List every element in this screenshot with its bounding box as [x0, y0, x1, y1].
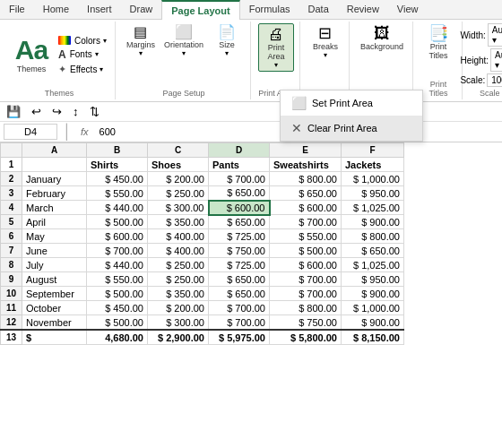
cell[interactable]: $ 650.00	[270, 186, 342, 201]
cell[interactable]: $ 650.00	[209, 272, 270, 287]
cell[interactable]: April	[22, 215, 87, 229]
cell[interactable]: $ 500.00	[87, 315, 148, 331]
row-num[interactable]: 4	[1, 201, 22, 215]
tab-view[interactable]: View	[388, 0, 428, 19]
print-area-button[interactable]: 🖨 PrintArea ▾	[258, 23, 294, 72]
col-d-header[interactable]: D	[209, 143, 270, 158]
cell[interactable]: $ 725.00	[209, 229, 270, 244]
cell[interactable]: $ 600.00	[87, 229, 148, 244]
row-num[interactable]: 10	[1, 287, 22, 301]
tab-draw[interactable]: Draw	[121, 0, 162, 19]
cell[interactable]: $ 400.00	[148, 229, 209, 244]
sort-desc-btn[interactable]: ⇅	[87, 104, 102, 119]
cell[interactable]: $ 2,900.00	[148, 330, 209, 345]
row-num[interactable]: 12	[1, 315, 22, 331]
tab-home[interactable]: Home	[34, 0, 78, 19]
scale-value[interactable]: 100%	[487, 73, 502, 87]
cell[interactable]: $ 550.00	[270, 229, 342, 244]
cell[interactable]: $ 300.00	[148, 201, 209, 215]
cell[interactable]: $ 800.00	[270, 301, 342, 315]
width-value[interactable]: Automatic ▾	[488, 23, 502, 47]
cell[interactable]: Shirts	[87, 158, 148, 172]
cell[interactable]: $ 700.00	[87, 244, 148, 258]
cell[interactable]: $ 440.00	[87, 258, 148, 272]
cell[interactable]: $ 650.00	[209, 287, 270, 301]
col-c-header[interactable]: C	[148, 143, 209, 158]
tab-insert[interactable]: Insert	[78, 0, 121, 19]
cell[interactable]: $ 950.00	[342, 186, 404, 201]
margins-button[interactable]: ▤ Margins ▾	[123, 23, 159, 59]
cell[interactable]: $	[22, 330, 87, 345]
cell[interactable]: $ 5,975.00	[209, 330, 270, 345]
breaks-button[interactable]: ⊟ Breaks ▾	[307, 23, 343, 61]
cell-reference-input[interactable]: D4	[4, 124, 57, 140]
cell[interactable]: $ 725.00	[209, 258, 270, 272]
tab-review[interactable]: Review	[338, 0, 388, 19]
cell[interactable]: $ 450.00	[87, 301, 148, 315]
cell[interactable]: November	[22, 315, 87, 331]
cell[interactable]: $ 650.00	[342, 244, 404, 258]
cell[interactable]: Shoes	[148, 158, 209, 172]
cell[interactable]: $ 450.00	[87, 172, 148, 186]
cell[interactable]: $ 900.00	[342, 315, 404, 331]
cell[interactable]: $ 700.00	[209, 172, 270, 186]
row-num[interactable]: 8	[1, 258, 22, 272]
tab-page-layout[interactable]: Page Layout	[161, 0, 239, 20]
cell[interactable]: $ 5,800.00	[270, 330, 342, 345]
cell[interactable]: $ 1,000.00	[342, 172, 404, 186]
cell[interactable]: 4,680.00	[87, 330, 148, 345]
size-button[interactable]: 📄 Size ▾	[209, 23, 245, 59]
cell[interactable]: $ 600.00	[270, 201, 342, 215]
cell[interactable]: $ 800.00	[270, 172, 342, 186]
row-num[interactable]: 11	[1, 301, 22, 315]
cell[interactable]: $ 300.00	[148, 315, 209, 331]
cell[interactable]: October	[22, 301, 87, 315]
scale-height[interactable]: Height: Automatic ▾	[460, 48, 502, 72]
cell[interactable]: $ 350.00	[148, 215, 209, 229]
redo-btn[interactable]: ↪	[49, 104, 65, 119]
row-num[interactable]: 6	[1, 229, 22, 244]
cell[interactable]: $ 750.00	[209, 244, 270, 258]
cell[interactable]: $ 1,025.00	[342, 201, 404, 215]
cell[interactable]: $ 750.00	[270, 315, 342, 331]
fonts-button[interactable]: A Fonts ▾	[56, 47, 109, 62]
cell[interactable]: $ 250.00	[148, 272, 209, 287]
cell[interactable]: $ 700.00	[209, 315, 270, 331]
cell[interactable]: $ 700.00	[270, 287, 342, 301]
orientation-button[interactable]: ⬜ Orientation ▾	[160, 23, 207, 59]
cell[interactable]: $ 250.00	[148, 258, 209, 272]
row-num[interactable]: 1	[1, 158, 22, 172]
tab-formulas[interactable]: Formulas	[240, 0, 299, 19]
tab-data[interactable]: Data	[299, 0, 338, 19]
row-num[interactable]: 3	[1, 186, 22, 201]
cell[interactable]: $ 800.00	[342, 229, 404, 244]
row-num[interactable]: 9	[1, 272, 22, 287]
cell[interactable]: $ 700.00	[270, 272, 342, 287]
cell[interactable]: Pants	[209, 158, 270, 172]
cell[interactable]: $ 400.00	[148, 244, 209, 258]
cell[interactable]: $ 550.00	[87, 186, 148, 201]
cell[interactable]: $ 8,150.00	[342, 330, 404, 345]
cell[interactable]: Jackets	[342, 158, 404, 172]
cell[interactable]: Sweatshirts	[270, 158, 342, 172]
cell[interactable]: $ 900.00	[342, 215, 404, 229]
cell[interactable]: $ 950.00	[342, 272, 404, 287]
cell[interactable]: September	[22, 287, 87, 301]
cell[interactable]: $ 500.00	[87, 215, 148, 229]
cell[interactable]: $ 440.00	[87, 201, 148, 215]
col-a-header[interactable]: A	[22, 143, 87, 158]
cell[interactable]: $ 500.00	[270, 244, 342, 258]
cell[interactable]: June	[22, 244, 87, 258]
effects-button[interactable]: ✦ Effects ▾	[56, 63, 109, 76]
set-print-area-item[interactable]: ⬜ Set Print Area	[281, 90, 422, 116]
cell[interactable]: $ 900.00	[342, 287, 404, 301]
row-num[interactable]: 13	[1, 330, 22, 345]
cell[interactable]: March	[22, 201, 87, 215]
themes-button[interactable]: Aа Themes	[9, 33, 54, 77]
height-value[interactable]: Automatic ▾	[490, 48, 502, 72]
tab-file[interactable]: File	[0, 0, 34, 19]
cell[interactable]: $ 650.00	[209, 186, 270, 201]
sort-asc-btn[interactable]: ↕	[70, 104, 82, 119]
cell[interactable]: $ 1,025.00	[342, 258, 404, 272]
cell[interactable]: $ 700.00	[270, 215, 342, 229]
